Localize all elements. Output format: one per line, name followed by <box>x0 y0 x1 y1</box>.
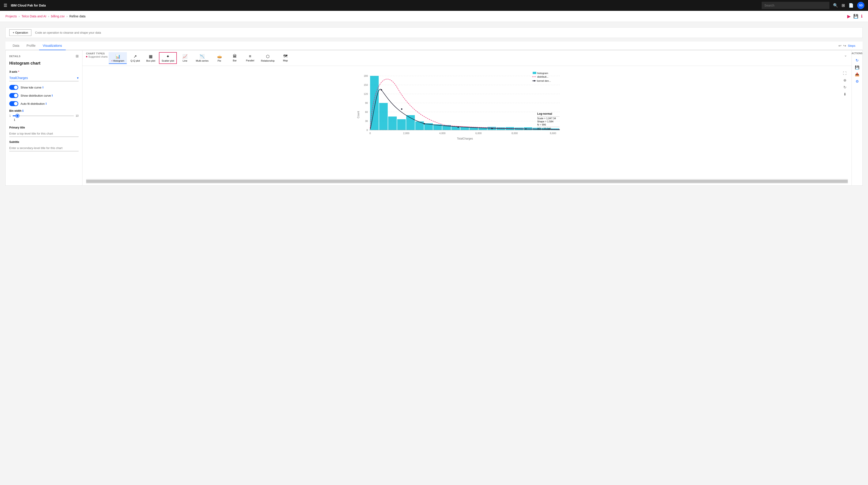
chart-type-relationship[interactable]: ⬡ Relationship <box>258 52 278 64</box>
primary-title-input[interactable] <box>9 130 79 137</box>
dist-info-icon[interactable]: ℹ <box>52 94 53 97</box>
svg-point-37 <box>424 123 425 124</box>
subtitle-label: Subtitle <box>9 141 79 144</box>
breadcrumb-sep3: › <box>66 14 67 18</box>
scatter-label: Scatter plot <box>162 59 174 62</box>
chart-type-qq[interactable]: ↗ Q-Q plot <box>128 52 143 64</box>
breadcrumb-projects[interactable]: Projects <box>5 14 17 18</box>
svg-text:TotalCharges: TotalCharges <box>457 137 473 140</box>
kde-info-icon[interactable]: ℹ <box>42 86 43 89</box>
parallel-label: Parallel <box>246 59 254 62</box>
chart-types-chevron[interactable]: ⌄ <box>843 52 848 58</box>
hamburger-menu[interactable]: ☰ <box>4 3 7 8</box>
dist-toggle-label: Show distribution curve ℹ <box>21 94 53 97</box>
collapse-icon[interactable]: ⊞ <box>75 54 79 58</box>
slider-track[interactable] <box>13 115 74 116</box>
scatter-icon: ✦ <box>166 54 169 59</box>
user-avatar[interactable]: SD <box>857 2 864 9</box>
redo-button[interactable]: ↪ <box>843 43 846 48</box>
chart-type-pie[interactable]: 🥧 Pie <box>212 52 227 64</box>
export-viz-icon[interactable]: 📤 <box>855 72 860 77</box>
svg-text:AD = 23.048: AD = 23.048 <box>537 127 551 130</box>
xaxis-value: TotalCharges <box>9 76 28 80</box>
chart-type-bar[interactable]: 🏛 Bar <box>227 52 242 64</box>
svg-text:2,000: 2,000 <box>403 132 409 134</box>
xaxis-chevron-icon: ▾ <box>77 76 79 80</box>
breadcrumb-file[interactable]: billing.csv <box>51 14 65 18</box>
save-viz-icon[interactable]: 💾 <box>855 65 860 69</box>
suggested-dot <box>86 56 87 57</box>
operation-button[interactable]: + Operation <box>9 29 31 36</box>
steps-link[interactable]: Steps <box>848 44 855 48</box>
svg-text:0: 0 <box>369 132 371 134</box>
dist-toggle-row: Show distribution curve ℹ <box>9 93 79 98</box>
box-label: Box plot <box>146 59 155 62</box>
breadcrumb-actions: ▶ 💾 ℹ <box>847 13 863 19</box>
details-panel: DETAILS ⊞ Histogram chart X-axis * Total… <box>6 50 83 185</box>
autofit-toggle-row: Auto fit distribution ℹ <box>9 101 79 106</box>
svg-point-36 <box>401 109 402 110</box>
slider-thumb[interactable] <box>16 114 19 117</box>
search-icon[interactable]: 🔍 <box>833 3 838 8</box>
kde-toggle[interactable] <box>9 85 18 90</box>
primary-title-label: Primary title <box>9 126 79 129</box>
relationship-icon: ⬡ <box>266 54 270 59</box>
info-circle-icon[interactable]: ℹ <box>861 14 863 19</box>
app-title: IBM Cloud Pak for Data <box>11 4 758 7</box>
qq-icon: ↗ <box>133 54 137 59</box>
actions-panel: ACTIONS ↻ 💾 📤 ⚙ <box>851 50 862 185</box>
download-icon[interactable]: ⬇ <box>843 92 846 96</box>
copy-icon[interactable]: ⊕ <box>843 78 846 83</box>
chart-scrollbar[interactable] <box>86 179 848 184</box>
autofit-info-icon[interactable]: ℹ <box>45 102 47 105</box>
scrollbar-thumb <box>86 180 848 183</box>
breadcrumb-current: Refine data <box>69 14 86 18</box>
subtitle-input[interactable] <box>9 145 79 151</box>
svg-text:N = 996: N = 996 <box>537 123 546 126</box>
chart-type-histogram[interactable]: 📊 • Histogram <box>108 52 127 64</box>
histogram-label: • Histogram <box>111 59 124 62</box>
chart-type-boxplot[interactable]: ▦ Box plot <box>144 52 158 64</box>
tab-visualizations[interactable]: Visualizations <box>39 41 65 50</box>
svg-text:histogram: histogram <box>537 72 548 74</box>
autofit-toggle[interactable] <box>9 101 18 106</box>
chart-type-line[interactable]: 📈 Line <box>178 52 192 64</box>
details-label: DETAILS <box>9 55 21 58</box>
undo-button[interactable]: ↩ <box>838 43 841 48</box>
tab-data[interactable]: Data <box>9 41 23 50</box>
breadcrumb-sep1: › <box>19 14 20 18</box>
breadcrumb: Projects › Telco Data and AI › billing.c… <box>0 11 868 22</box>
line-icon: 📈 <box>182 54 187 59</box>
svg-rect-18 <box>406 115 415 130</box>
apps-icon[interactable]: ⊞ <box>842 3 845 8</box>
breadcrumb-project-name[interactable]: Telco Data and AI <box>22 14 46 18</box>
chart-type-scatter[interactable]: ✦ Scatter plot Scatter plot charts show … <box>159 52 177 64</box>
relationship-label: Relationship <box>261 59 275 62</box>
tab-profile[interactable]: Profile <box>23 41 39 50</box>
settings-icon[interactable]: ⚙ <box>856 79 859 84</box>
refresh-icon[interactable]: ↻ <box>843 85 846 89</box>
chart-types-list: 📊 • Histogram ↗ Q-Q plot ▦ Box plot <box>108 52 292 64</box>
document-icon[interactable]: 📄 <box>848 3 854 8</box>
svg-text:Scale = 1,047.34: Scale = 1,047.34 <box>537 117 556 120</box>
xaxis-dropdown[interactable]: TotalCharges ▾ <box>9 75 79 81</box>
slider-min: 1 <box>9 114 11 117</box>
qq-label: Q-Q plot <box>130 59 140 62</box>
center-area: CHART TYPES Suggested charts 📊 • Histogr… <box>83 50 851 185</box>
multi-icon: 📉 <box>199 54 205 59</box>
refresh-action-icon[interactable]: ↻ <box>856 58 859 63</box>
bin-info-icon[interactable]: ℹ <box>22 109 24 113</box>
chart-type-map[interactable]: 🗺 Map <box>278 52 292 64</box>
save-icon[interactable]: 💾 <box>853 14 858 19</box>
play-button[interactable]: ▶ <box>847 13 850 19</box>
chart-type-multiseries[interactable]: 📉 Multi-series <box>193 52 211 64</box>
svg-text:8,600: 8,600 <box>550 132 556 134</box>
kde-toggle-label: Show kde curve ℹ <box>21 86 43 89</box>
chart-types-left: CHART TYPES Suggested charts <box>86 52 108 58</box>
operation-hint: Code an operation to cleanse and shape y… <box>35 31 101 34</box>
chart-type-parallel[interactable]: ≡ Parallel <box>243 52 257 64</box>
search-input[interactable] <box>762 2 829 9</box>
dist-toggle[interactable] <box>9 93 18 98</box>
expand-icon[interactable]: ⛶ <box>843 71 846 75</box>
svg-point-35 <box>381 89 382 91</box>
